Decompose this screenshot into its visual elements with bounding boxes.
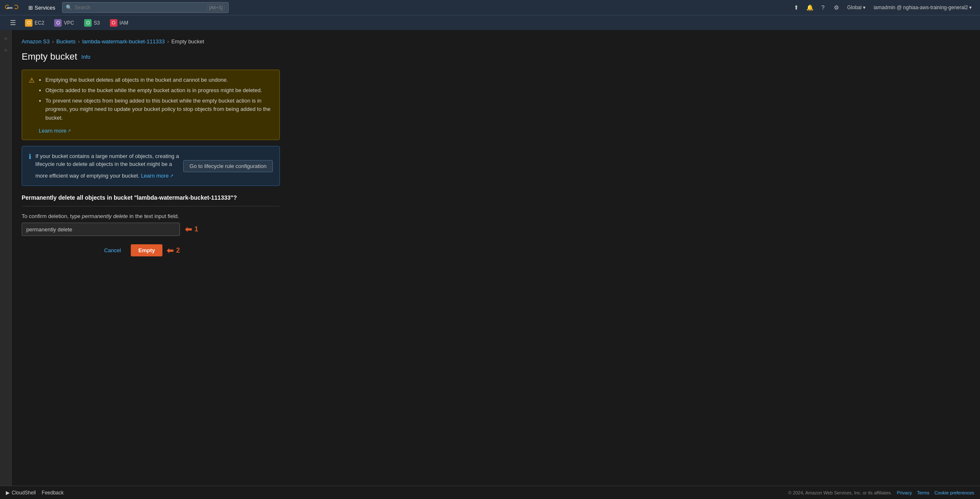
sidebar-top-icon[interactable]: ○ bbox=[1, 33, 11, 43]
info-box: ℹ If your bucket contains a large number… bbox=[22, 146, 280, 186]
confirm-label: To confirm deletion, type permanently de… bbox=[22, 213, 280, 219]
action-row: Cancel Empty ⬅ 2 bbox=[22, 244, 280, 256]
vpc-label: VPC bbox=[64, 20, 74, 26]
svg-text:aws: aws bbox=[7, 6, 12, 9]
shortcut-ec2[interactable]: ⬡ EC2 bbox=[21, 18, 48, 28]
info-external-link-icon: ↗ bbox=[170, 173, 173, 179]
warning-box: ⚠ Emptying the bucket deletes all object… bbox=[22, 70, 280, 140]
info-content: If your bucket contains a large number o… bbox=[35, 152, 179, 180]
bottom-left: ▶ CloudShell Feedback bbox=[6, 490, 64, 496]
warning-learn-more-text: Learn more bbox=[39, 128, 66, 134]
warning-learn-more-link[interactable]: Learn more ↗ bbox=[39, 128, 71, 134]
arrow-annotation-2: ⬅ 2 bbox=[167, 246, 180, 256]
confirm-section: Permanently delete all objects in bucket… bbox=[22, 194, 280, 256]
ec2-label: EC2 bbox=[35, 20, 44, 26]
iam-badge: ⬡ bbox=[110, 19, 117, 27]
vpc-badge: ⬡ bbox=[54, 19, 62, 27]
aws-logo[interactable]: aws bbox=[5, 3, 18, 12]
sidebar-toggle: ○ ○ bbox=[0, 30, 12, 486]
search-icon: 🔍 bbox=[66, 5, 72, 10]
terms-link[interactable]: Terms bbox=[917, 490, 930, 495]
cancel-button[interactable]: Cancel bbox=[98, 245, 127, 256]
search-input[interactable] bbox=[75, 5, 204, 10]
copyright-text: © 2024, Amazon Web Services, Inc. or its… bbox=[788, 490, 892, 495]
warning-item-2: Objects added to the bucket while the em… bbox=[45, 86, 273, 95]
btn-annotation-row: Empty ⬅ 2 bbox=[131, 244, 180, 256]
iam-label: IAM bbox=[120, 20, 128, 26]
bell-icon[interactable]: 🔔 bbox=[804, 2, 815, 13]
cloudshell-label: CloudShell bbox=[12, 490, 36, 496]
info-learn-more-text: Learn more bbox=[141, 172, 168, 180]
sidebar-bottom-icon[interactable]: ○ bbox=[1, 45, 11, 55]
annotation-label-2: 2 bbox=[176, 247, 180, 254]
permanently-delete-input[interactable] bbox=[22, 223, 180, 236]
input-row: ⬅ 1 bbox=[22, 223, 280, 236]
feedback-button[interactable]: Feedback bbox=[42, 490, 64, 496]
ec2-badge: ⬡ bbox=[25, 19, 32, 27]
warning-box-header: ⚠ Emptying the bucket deletes all object… bbox=[29, 76, 273, 134]
services-label: Services bbox=[35, 5, 55, 11]
user-label: iamadmin @ nghiaa-aws-training-general2 bbox=[874, 5, 968, 10]
global-label: Global bbox=[847, 5, 862, 10]
info-badge[interactable]: Info bbox=[81, 54, 90, 60]
s3-label: S3 bbox=[94, 20, 100, 26]
info-circle-icon: ℹ bbox=[29, 153, 31, 160]
shortcut-vpc[interactable]: ⬡ VPC bbox=[50, 18, 78, 28]
breadcrumb-buckets-link[interactable]: Buckets bbox=[56, 38, 75, 45]
shortcut-iam[interactable]: ⬡ IAM bbox=[106, 18, 132, 28]
breadcrumb-sep-2: › bbox=[78, 39, 80, 45]
annotation-label-1: 1 bbox=[195, 226, 198, 233]
page-title: Empty bucket bbox=[22, 51, 77, 62]
cloud-upload-icon[interactable]: ⬆ bbox=[790, 2, 802, 13]
chevron-down-icon: ▾ bbox=[969, 5, 972, 10]
services-menu-button[interactable]: ⊞ Services bbox=[25, 3, 59, 13]
breadcrumb-s3-link[interactable]: Amazon S3 bbox=[22, 38, 50, 45]
breadcrumb-sep-1: › bbox=[52, 39, 54, 45]
hamburger-button[interactable]: ☰ bbox=[7, 17, 19, 28]
info-learn-more-link[interactable]: Learn more ↗ bbox=[141, 172, 173, 180]
chevron-down-icon: ▾ bbox=[863, 5, 865, 10]
warning-item-3: To prevent new objects from being added … bbox=[45, 97, 273, 123]
bottom-bar: ▶ CloudShell Feedback © 2024, Amazon Web… bbox=[0, 486, 980, 499]
confirm-title: Permanently delete all objects in bucket… bbox=[22, 194, 280, 206]
lifecycle-rule-button[interactable]: Go to lifecycle rule configuration bbox=[183, 160, 273, 172]
external-link-icon: ↗ bbox=[67, 128, 71, 133]
shortcut-s3[interactable]: ⬡ S3 bbox=[80, 18, 104, 28]
help-icon[interactable]: ? bbox=[817, 2, 829, 13]
privacy-link[interactable]: Privacy bbox=[897, 490, 912, 495]
global-selector[interactable]: Global ▾ bbox=[844, 3, 869, 12]
main-wrapper: ○ ○ Amazon S3 › Buckets › lambda-waterma… bbox=[0, 30, 980, 486]
nav-right: ⬆ 🔔 ? ⚙ Global ▾ iamadmin @ nghiaa-aws-t… bbox=[790, 2, 975, 13]
bottom-right: © 2024, Amazon Web Services, Inc. or its… bbox=[788, 490, 974, 495]
s3-badge: ⬡ bbox=[84, 19, 92, 27]
content-area: Amazon S3 › Buckets › lambda-watermark-b… bbox=[12, 30, 980, 486]
warning-item-1: Emptying the bucket deletes all objects … bbox=[45, 76, 273, 85]
top-navigation: aws ⊞ Services 🔍 [Alt+S] ⬆ 🔔 ? ⚙ Global … bbox=[0, 0, 980, 15]
cookie-preferences-link[interactable]: Cookie preferences bbox=[935, 490, 974, 495]
cloudshell-button[interactable]: ▶ CloudShell bbox=[6, 490, 36, 496]
breadcrumb-bucket-name-link[interactable]: lambda-watermark-bucket-111333 bbox=[82, 38, 165, 45]
warning-triangle-icon: ⚠ bbox=[29, 76, 35, 84]
page-title-row: Empty bucket Info bbox=[22, 51, 970, 62]
breadcrumb: Amazon S3 › Buckets › lambda-watermark-b… bbox=[22, 38, 970, 45]
breadcrumb-current: Empty bucket bbox=[171, 38, 204, 45]
search-bar: 🔍 [Alt+S] bbox=[62, 2, 229, 13]
search-shortcut: [Alt+S] bbox=[207, 4, 225, 11]
arrow-left-icon-2: ⬅ bbox=[167, 246, 174, 256]
service-shortcuts-bar: ☰ ⬡ EC2 ⬡ VPC ⬡ S3 ⬡ IAM bbox=[0, 15, 980, 30]
breadcrumb-sep-3: › bbox=[167, 39, 169, 45]
grid-icon: ⊞ bbox=[28, 5, 33, 11]
arrow-left-icon-1: ⬅ bbox=[185, 224, 192, 234]
warning-content: Emptying the bucket deletes all objects … bbox=[39, 76, 273, 134]
empty-button[interactable]: Empty bbox=[131, 244, 162, 256]
arrow-annotation-1: ⬅ 1 bbox=[185, 224, 198, 234]
user-menu[interactable]: iamadmin @ nghiaa-aws-training-general2 … bbox=[870, 3, 975, 12]
settings-icon[interactable]: ⚙ bbox=[830, 2, 842, 13]
terminal-icon: ▶ bbox=[6, 490, 10, 496]
